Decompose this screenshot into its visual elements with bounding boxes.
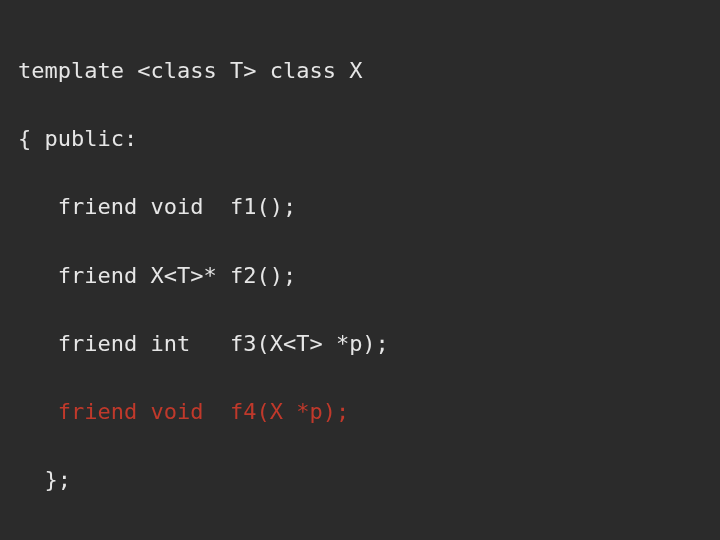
code-line: template <class T> class X [18,54,702,88]
code-line: { public: [18,122,702,156]
code-line: }; [18,463,702,497]
code-line: friend int f3(X<T> *p); [18,327,702,361]
code-line: friend X<T>* f2(); [18,259,702,293]
code-slide: template <class T> class X { public: fri… [0,0,720,540]
code-line-highlighted: friend void f4(X *p); [18,395,702,429]
code-line: friend void f1(); [18,190,702,224]
